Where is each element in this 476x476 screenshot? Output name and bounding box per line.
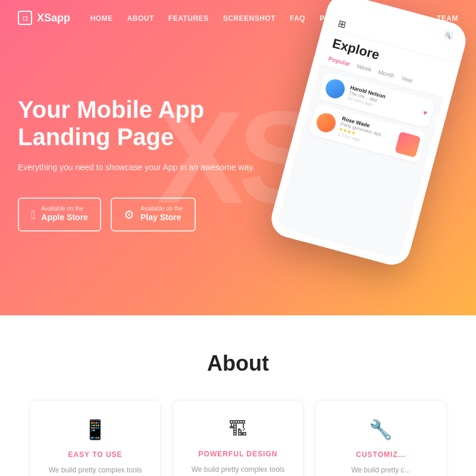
about-card-powerful-title: POWERFUL DESIGN: [199, 450, 278, 458]
heart-icon-1: ♥: [422, 108, 428, 117]
android-available-label: Available on the: [140, 206, 183, 212]
hero-subtitle: Everything you need to showcase your App…: [18, 161, 268, 174]
apple-icon: : [31, 209, 35, 221]
nav-faq[interactable]: FAQ: [290, 14, 305, 23]
android-icon: ⚙: [124, 209, 134, 221]
nav-features[interactable]: FEATURES: [168, 14, 209, 23]
brand-name: XSapp: [37, 12, 70, 24]
play-store-text: Available on the Play Store: [140, 206, 183, 223]
apple-available-label: Available on the: [41, 206, 88, 212]
phone-mockup: 🔍 ⊞ Explore Popular Week Month Year: [258, 0, 476, 315]
nav-about[interactable]: ABOUT: [127, 14, 154, 23]
phone-tab-month[interactable]: Month: [377, 68, 395, 79]
nav-testimonials[interactable]: TESTIMONIALS: [366, 14, 422, 23]
apple-store-text: Available on the Apple Store: [41, 206, 88, 223]
phone-item-info-1: Harold Nelson The cre... app 44 mins ago: [347, 84, 421, 119]
phone-avatar-2: [315, 111, 338, 134]
about-card-customize-desc: We build pretty c...: [351, 465, 410, 475]
phone-tab-year[interactable]: Year: [400, 74, 414, 84]
about-card-customize: 🔧 CUSTOMIZ... We build pretty c...: [315, 400, 446, 476]
hero-title: Your Mobile App Landing Page: [18, 96, 268, 151]
hero-buttons:  Available on the Apple Store ⚙ Availab…: [18, 198, 268, 231]
about-card-powerful-desc: We build pretty complex tools: [192, 464, 285, 475]
about-card-easy: 📱 EASY TO USE We build pretty complex to…: [30, 400, 161, 476]
customize-icon: 🔧: [369, 418, 393, 441]
hero-content: Your Mobile App Landing Page Everything …: [18, 96, 268, 231]
nav-screenshot[interactable]: SCREENSHOT: [223, 14, 275, 23]
design-icon: 🏗: [228, 418, 248, 440]
phone-tab-popular[interactable]: Popular: [328, 55, 351, 67]
about-card-customize-title: CUSTOMIZ...: [356, 450, 405, 459]
about-section: About 📱 EASY TO USE We build pretty comp…: [0, 315, 476, 476]
about-card-easy-desc: We build pretty complex tools: [49, 465, 142, 475]
nav-pricing[interactable]: PRICING: [320, 14, 352, 23]
play-store-button[interactable]: ⚙ Available on the Play Store: [111, 198, 196, 231]
logo-icon: ◻: [18, 11, 32, 25]
about-title: About: [18, 351, 458, 376]
hero-section: XS Your Mobile App Landing Page Everythi…: [0, 0, 476, 315]
navbar: ◻ XSapp HOME ABOUT FEATURES SCREENSHOT F…: [0, 0, 476, 36]
apple-store-label: Apple Store: [41, 212, 88, 223]
about-card-easy-title: EASY TO USE: [68, 450, 122, 459]
brand: ◻ XSapp: [18, 11, 70, 25]
android-store-label: Play Store: [140, 212, 183, 223]
nav-links: HOME ABOUT FEATURES SCREENSHOT FAQ PRICI…: [90, 12, 458, 23]
nav-home[interactable]: HOME: [90, 14, 113, 23]
phone-thumb-img-2: [394, 131, 421, 157]
about-card-powerful: 🏗 POWERFUL DESIGN We build pretty comple…: [173, 400, 303, 476]
phone-screen: 🔍 ⊞ Explore Popular Week Month Year: [276, 0, 461, 260]
apple-store-button[interactable]:  Available on the Apple Store: [18, 198, 101, 231]
phone-avatar-1: [324, 77, 347, 101]
phone-item-info-2: Rose Wade Party generator app ★★★★ 1 hou…: [337, 115, 396, 151]
phone-tab-week[interactable]: Week: [356, 63, 372, 73]
phone-outer: 🔍 ⊞ Explore Popular Week Month Year: [267, 0, 470, 269]
nav-team[interactable]: TEAM: [437, 14, 458, 23]
mobile-icon: 📱: [83, 418, 107, 441]
about-cards: 📱 EASY TO USE We build pretty complex to…: [18, 400, 458, 476]
